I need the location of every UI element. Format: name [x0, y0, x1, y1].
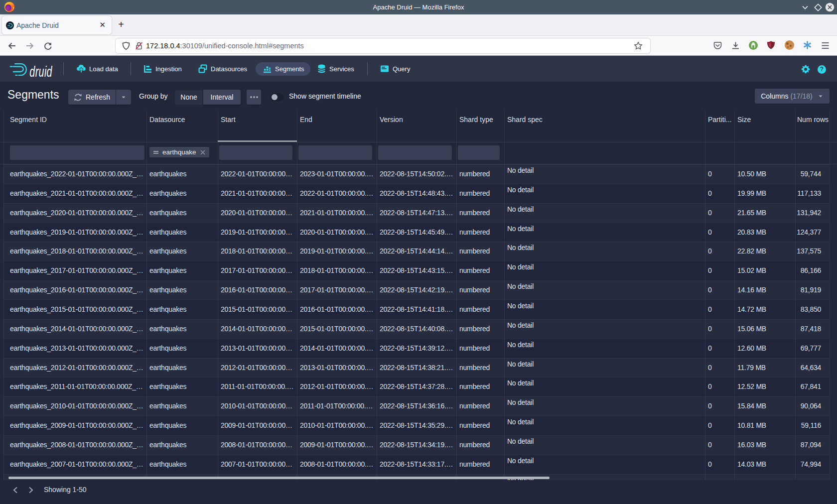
svg-text:druid: druid — [29, 64, 52, 79]
